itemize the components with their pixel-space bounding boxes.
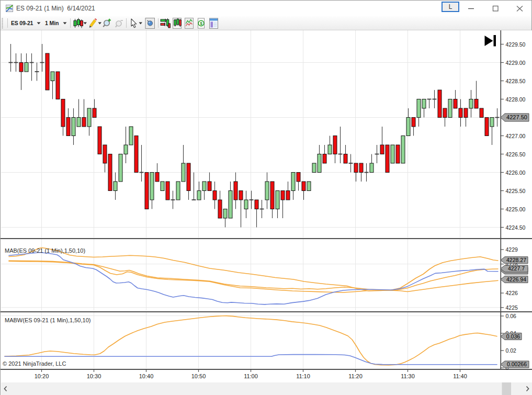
svg-text:4229: 4229 — [506, 246, 518, 253]
svg-text:0.06: 0.06 — [506, 313, 517, 319]
svg-text:4228.27: 4228.27 — [506, 257, 526, 263]
svg-text:4226.94: 4226.94 — [506, 276, 526, 283]
svg-text:4229.50: 4229.50 — [506, 41, 526, 48]
svg-text:4226.00: 4226.00 — [506, 170, 526, 176]
svg-text:$: $ — [200, 21, 202, 26]
svg-text:0.00266: 0.00266 — [507, 361, 527, 367]
svg-text:0.036: 0.036 — [506, 333, 520, 340]
svg-text:10:20: 10:20 — [35, 373, 49, 379]
svg-text:4226.50: 4226.50 — [506, 151, 526, 157]
svg-text:4229.00: 4229.00 — [506, 60, 526, 66]
svg-text:4224.50: 4224.50 — [506, 224, 526, 231]
svg-text:4225.50: 4225.50 — [506, 188, 526, 194]
svg-text:11:20: 11:20 — [348, 373, 363, 379]
svg-text:4226: 4226 — [506, 290, 518, 296]
svg-text:10:50: 10:50 — [191, 373, 206, 379]
svg-text:4225: 4225 — [506, 304, 518, 311]
svg-text:4227.50: 4227.50 — [506, 114, 527, 120]
svg-text:11:00: 11:00 — [244, 373, 258, 379]
svg-text:4225.00: 4225.00 — [506, 206, 526, 212]
svg-text:© 2021 NinjaTrader, LLC: © 2021 NinjaTrader, LLC — [3, 360, 66, 367]
svg-text:ES 09-21: ES 09-21 — [11, 20, 33, 26]
svg-text:1 Min: 1 Min — [45, 20, 59, 26]
svg-text:MAB(ES 09-21 (1 Min),1,50,10): MAB(ES 09-21 (1 Min),1,50,10) — [5, 247, 85, 254]
svg-text:4227.00: 4227.00 — [506, 133, 526, 139]
svg-text:4227.7: 4227.7 — [508, 265, 525, 272]
svg-text:4228.50: 4228.50 — [506, 78, 526, 84]
svg-text:MABW(ES 09-21 (1 Min),1,50,10): MABW(ES 09-21 (1 Min),1,50,10) — [5, 317, 90, 323]
svg-text:4228.00: 4228.00 — [506, 96, 526, 103]
svg-text:10:30: 10:30 — [87, 373, 101, 379]
svg-text:11:10: 11:10 — [296, 373, 310, 379]
svg-text:11:30: 11:30 — [401, 373, 415, 379]
svg-text:11:40: 11:40 — [453, 373, 467, 379]
svg-text:0.02: 0.02 — [506, 347, 517, 354]
svg-text:10:40: 10:40 — [139, 373, 154, 379]
